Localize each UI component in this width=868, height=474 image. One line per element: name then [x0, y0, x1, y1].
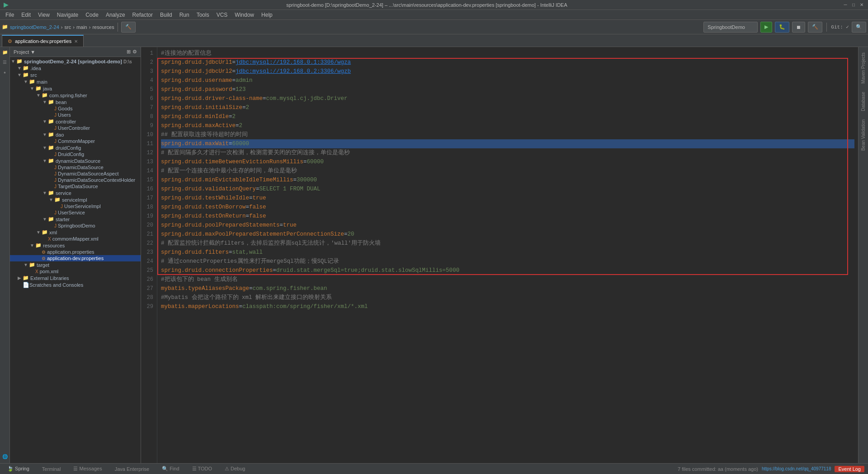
database-button[interactable]: Database	[860, 88, 867, 115]
menu-item-code[interactable]: Code	[82, 10, 102, 20]
project-name[interactable]: springbootDemo_2-24	[10, 24, 59, 30]
tree-item[interactable]: ▼ 📁 target	[10, 261, 141, 268]
menu-item-run[interactable]: Run	[176, 10, 193, 20]
spring-tab[interactable]: 🍃 Spring	[4, 465, 33, 473]
tree-item[interactable]: ▼ 📁 druidConfig	[10, 144, 141, 151]
tree-item[interactable]: ▼ 📁 serviceImpl	[10, 196, 141, 203]
favorites-icon[interactable]: ★	[1, 69, 9, 77]
todo-tab[interactable]: ☰ TODO	[189, 465, 216, 473]
menu-item-tools[interactable]: Tools	[193, 10, 213, 20]
csdn-url[interactable]: https://blog.csdn.net/qq_40977118	[762, 466, 831, 471]
tree-arrow[interactable]: ▼	[10, 59, 16, 64]
tree-item[interactable]: J SpringbootDemo	[10, 223, 141, 229]
tree-arrow[interactable]: ▶	[16, 275, 23, 280]
code-area[interactable]: #连接池的配置信息spring.druid.jdbcUrl1=jdbc:mysq…	[157, 47, 858, 463]
tree-item[interactable]: ▼ 📁 springbootDemo_2-24 [springboot-demo…	[10, 58, 141, 65]
stop-button[interactable]: ⏹	[792, 22, 805, 33]
tab-close-button[interactable]: ✕	[74, 39, 78, 44]
tree-arrow[interactable]: ▼	[42, 190, 48, 195]
search-button[interactable]: 🔍	[852, 22, 866, 33]
project-icon[interactable]: 📁	[1, 49, 9, 57]
tree-arrow[interactable]: ▼	[42, 100, 48, 104]
structure-icon[interactable]: ☰	[1, 59, 9, 67]
menu-item-file[interactable]: File	[2, 10, 18, 20]
breadcrumb-src[interactable]: src	[65, 24, 71, 30]
menu-item-build[interactable]: Build	[156, 10, 176, 20]
messages-tab[interactable]: ☰ Messages	[70, 465, 105, 473]
menu-item-analyze[interactable]: Analyze	[102, 10, 129, 20]
tree-item[interactable]: J Users	[10, 112, 141, 118]
maximize-button[interactable]: □	[851, 2, 856, 8]
tree-item[interactable]: ▼ 📁 src	[10, 71, 141, 78]
tree-item[interactable]: ▼ 📁 .idea	[10, 65, 141, 71]
tree-arrow[interactable]: ▼	[16, 72, 23, 77]
window-controls[interactable]: ─ □ ✕	[843, 2, 864, 8]
tree-item[interactable]: ▼ 📁 bean	[10, 99, 141, 105]
bean-validation-button[interactable]: Bean Validation	[860, 116, 867, 154]
run-button[interactable]: ▶	[760, 22, 772, 33]
menu-item-navigate[interactable]: Navigate	[53, 10, 82, 20]
event-log-button[interactable]: Event Log	[835, 466, 864, 472]
tree-arrow[interactable]: ▼	[42, 145, 48, 150]
tree-item[interactable]: J DynamicDataSourceAspect	[10, 171, 141, 177]
tree-arrow[interactable]: ▼	[23, 79, 29, 84]
tree-item[interactable]: J DruidConfig	[10, 151, 141, 157]
web-icon[interactable]: 🌐	[1, 453, 9, 461]
tree-item[interactable]: ▼ 📁 java	[10, 85, 141, 92]
tree-arrow[interactable]: ▼	[29, 86, 35, 91]
build-button[interactable]: 🔨	[121, 22, 136, 33]
tree-item[interactable]: J DynamicDataSource	[10, 164, 141, 171]
tree-arrow[interactable]: ▼	[35, 93, 42, 98]
tree-item[interactable]: ⚙ application-dev.properties	[10, 255, 141, 261]
menu-item-vcs[interactable]: VCS	[213, 10, 231, 20]
close-button[interactable]: ✕	[859, 2, 864, 8]
tree-arrow[interactable]: ▼	[42, 119, 48, 124]
tree-item[interactable]: X commomMapper.xml	[10, 236, 141, 242]
prop-value-db[interactable]: wgzb	[337, 67, 351, 76]
tree-item[interactable]: ▼ 📁 main	[10, 78, 141, 85]
breadcrumb-main[interactable]: main	[76, 24, 87, 30]
debug-tab[interactable]: ⚠ Debug	[221, 465, 249, 473]
debug-button[interactable]: 🐛	[775, 22, 789, 33]
tree-arrow[interactable]: ▼	[42, 132, 48, 137]
tree-arrow[interactable]: ▼	[42, 217, 48, 222]
maven-projects-button[interactable]: Maven Projects	[860, 49, 867, 87]
menu-item-refactor[interactable]: Refactor	[129, 10, 156, 20]
tree-item[interactable]: J UserController	[10, 125, 141, 131]
springboot-demo-button[interactable]: SpringbootDemo	[703, 22, 758, 33]
breadcrumb-resources[interactable]: resources	[92, 24, 114, 30]
prop-value-db[interactable]: wgza	[337, 58, 351, 67]
tree-arrow[interactable]: ▼	[16, 66, 23, 71]
tree-item[interactable]: ⚙ application.properties	[10, 249, 141, 255]
tree-item[interactable]: ▼ 📁 dao	[10, 131, 141, 138]
tree-item[interactable]: ▼ 📁 starter	[10, 216, 141, 223]
terminal-tab[interactable]: Terminal	[38, 465, 65, 473]
tree-arrow[interactable]: ▼	[23, 262, 29, 267]
tree-arrow[interactable]: ▼	[35, 230, 42, 235]
tree-item[interactable]: J DynamicDataSourceContextHolder	[10, 177, 141, 183]
tree-item[interactable]: ▼ 📁 com.spring.fisher	[10, 92, 141, 99]
tree-item[interactable]: 📄 Scratches and Consoles	[10, 281, 141, 289]
build2-button[interactable]: 🔨	[808, 22, 822, 33]
tree-item[interactable]: J UserService	[10, 209, 141, 216]
java-enterprise-tab[interactable]: Java Enterprise	[111, 465, 153, 473]
tree-item[interactable]: ▼ 📁 resources	[10, 242, 141, 249]
tree-item[interactable]: J Goods	[10, 105, 141, 112]
tree-item[interactable]: X pom.xml	[10, 268, 141, 275]
settings-icon[interactable]: ⚙	[132, 49, 137, 55]
tree-item[interactable]: J CommonMapper	[10, 138, 141, 144]
find-tab[interactable]: 🔍 Find	[158, 465, 183, 473]
tree-item[interactable]: ▼ 📁 controller	[10, 118, 141, 125]
menu-item-window[interactable]: Window	[231, 10, 258, 20]
tree-arrow[interactable]: ▼	[42, 158, 48, 163]
tree-arrow[interactable]: ▼	[29, 243, 35, 248]
tree-arrow[interactable]: ▼	[48, 197, 54, 202]
tree-item[interactable]: J TargetDataSource	[10, 183, 141, 190]
menu-item-view[interactable]: View	[34, 10, 53, 20]
menu-item-edit[interactable]: Edit	[18, 10, 34, 20]
tree-item[interactable]: J UserServiceImpl	[10, 203, 141, 209]
tree-item[interactable]: ▼ 📁 dynamicDataSource	[10, 157, 141, 164]
tree-item[interactable]: ▼ 📁 xml	[10, 229, 141, 236]
tree-item[interactable]: ▶ 📁 External Libraries	[10, 275, 141, 281]
minimize-button[interactable]: ─	[843, 2, 848, 8]
